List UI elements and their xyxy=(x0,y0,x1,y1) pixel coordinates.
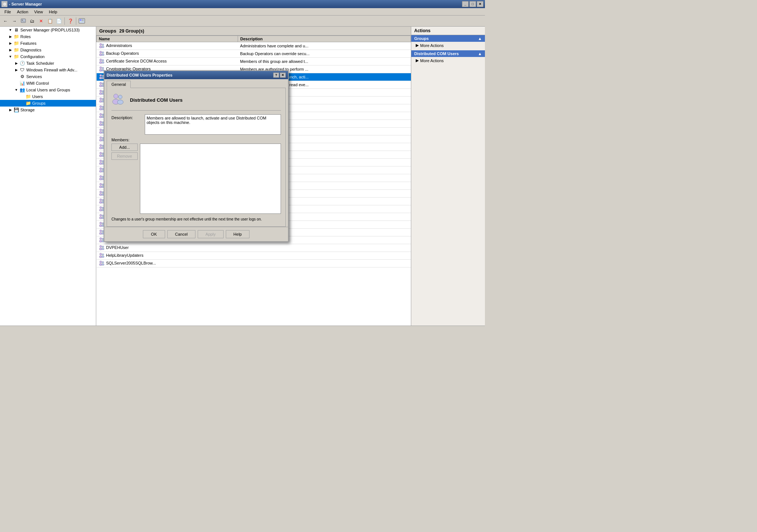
modal-help-btn[interactable]: ? xyxy=(273,73,279,78)
tree-item-storage[interactable]: ▶ 💾 Storage xyxy=(0,107,96,113)
svg-point-118 xyxy=(102,254,104,256)
table-row[interactable]: DVPEHUser xyxy=(97,244,411,252)
roles-icon: 📁 xyxy=(13,34,19,40)
delete-button[interactable]: ✕ xyxy=(37,17,45,25)
table-row[interactable]: AdministratorsAdministrators have comple… xyxy=(97,42,411,50)
modal-tab-general[interactable]: General xyxy=(107,81,131,88)
svg-point-72 xyxy=(100,168,102,170)
tree-toggle-local-users[interactable]: ▼ xyxy=(13,87,19,93)
group-description-cell: Backup Operators can override secu... xyxy=(238,50,411,58)
folder-button[interactable]: 🗂 xyxy=(28,17,36,25)
title-bar-text: - Server Manager xyxy=(9,2,462,6)
tree-item-users[interactable]: ▶ 📁 Users xyxy=(0,93,96,100)
svg-point-24 xyxy=(100,74,102,77)
group-name-cell: DVPEHUser xyxy=(97,244,238,252)
svg-point-11 xyxy=(101,46,104,48)
menu-view[interactable]: View xyxy=(31,9,46,15)
actions-groups-more-label: More Actions xyxy=(420,43,444,48)
help-button[interactable]: ❓ xyxy=(66,17,74,25)
tree-toggle-features[interactable]: ▶ xyxy=(7,40,13,46)
svg-point-96 xyxy=(100,214,102,216)
tree-item-wmi-control[interactable]: ▶ 📊 WMI Control xyxy=(0,80,96,87)
console-button[interactable] xyxy=(78,17,86,25)
modal-members-note: Changes to a user's group membership are… xyxy=(111,217,281,222)
tree-label-wmi-control: WMI Control xyxy=(26,81,49,85)
tree-toggle-diagnostics[interactable]: ▶ xyxy=(7,47,13,53)
table-row[interactable]: Certificate Service DCOM AccessMembers o… xyxy=(97,58,411,65)
table-row[interactable]: SQLServer2005SQLBrow... xyxy=(97,260,411,267)
close-button[interactable]: ✕ xyxy=(477,1,483,7)
modal-content: Distributed COM Users Description: Membe… xyxy=(107,88,286,227)
svg-rect-1 xyxy=(22,20,23,21)
tree-item-configuration[interactable]: ▼ 📁 Configuration xyxy=(0,53,96,60)
toolbar: ← → 🗂 ✕ 📋 📄 ❓ xyxy=(0,16,485,27)
menu-bar: File Action View Help xyxy=(0,8,485,16)
forward-button[interactable]: → xyxy=(10,17,19,25)
diagnostics-icon: 📁 xyxy=(13,47,19,53)
tree-item-diagnostics[interactable]: ▶ 📁 Diagnostics xyxy=(0,47,96,53)
modal-close-btn[interactable]: ✕ xyxy=(280,73,286,78)
menu-action[interactable]: Action xyxy=(14,9,31,15)
modal-members-box xyxy=(140,144,281,214)
group-description-cell: Administrators have complete and u... xyxy=(238,42,411,50)
actions-section-groups-arrow: ▲ xyxy=(478,36,482,41)
tree-toggle-windows-firewall[interactable]: ▶ xyxy=(13,67,19,73)
modal-members-label: Members: xyxy=(111,138,281,142)
table-row[interactable]: HelpLibraryUpdaters xyxy=(97,252,411,260)
tree-toggle-task-scheduler[interactable]: ▶ xyxy=(13,60,19,66)
svg-point-19 xyxy=(101,62,104,64)
svg-point-120 xyxy=(100,261,102,263)
group-name-cell: SQLServer2005SQLBrow... xyxy=(97,260,238,267)
group-description-cell xyxy=(238,260,411,267)
properties-button[interactable]: 📋 xyxy=(46,17,54,25)
modal-help-footer-button[interactable]: Help xyxy=(226,230,250,238)
tree-item-features[interactable]: ▶ 📁 Features xyxy=(0,40,96,47)
modal-description-input[interactable] xyxy=(145,114,281,135)
tree-label-task-scheduler: Task Scheduler xyxy=(26,61,54,65)
center-header-title: Groups xyxy=(99,28,116,34)
table-row[interactable]: Backup OperatorsBackup Operators can ove… xyxy=(97,50,411,58)
group-description-cell: Members of this group are allowed t... xyxy=(238,58,411,65)
app-icon: ⚙ xyxy=(1,1,7,7)
tree-toggle-roles[interactable]: ▶ xyxy=(7,34,13,40)
actions-groups-more[interactable]: ▶ More Actions xyxy=(411,42,485,49)
col-description: Description xyxy=(238,36,411,42)
group-row-icon: HelpLibraryUpdaters xyxy=(99,252,144,258)
svg-point-126 xyxy=(118,95,122,99)
svg-point-123 xyxy=(101,264,104,266)
menu-help[interactable]: Help xyxy=(46,9,60,15)
modal-apply-button[interactable]: Apply xyxy=(198,230,224,238)
copy-button[interactable]: 📄 xyxy=(55,17,63,25)
svg-point-22 xyxy=(102,67,104,69)
svg-point-18 xyxy=(102,60,104,61)
tree-toggle-server-manager[interactable]: ▼ xyxy=(7,27,13,33)
configuration-icon: 📁 xyxy=(13,54,19,60)
back-button[interactable]: ← xyxy=(1,17,10,25)
tree-item-groups[interactable]: ▶ 📁 Groups xyxy=(0,100,96,107)
tree-panel: ▼ 🖥 Server Manager (PROPLUS133) ▶ 📁 Role… xyxy=(0,27,96,326)
tree-toggle-storage[interactable]: ▶ xyxy=(7,107,13,113)
actions-section-groups: Groups ▲ xyxy=(411,35,485,42)
modal-ok-button[interactable]: OK xyxy=(143,230,165,238)
up-button[interactable] xyxy=(19,17,27,25)
modal-remove-button[interactable]: Remove xyxy=(111,152,138,160)
minimize-button[interactable]: _ xyxy=(462,1,469,7)
tree-item-local-users[interactable]: ▼ 👥 Local Users and Groups xyxy=(0,87,96,93)
svg-point-60 xyxy=(100,144,102,147)
tree-item-services[interactable]: ▶ ⚙ Services xyxy=(0,73,96,80)
actions-dcom-more[interactable]: ▶ More Actions xyxy=(411,57,485,64)
actions-section-dcom-title: Distributed COM Users xyxy=(414,51,459,56)
tree-toggle-configuration[interactable]: ▼ xyxy=(7,54,13,60)
tree-item-task-scheduler[interactable]: ▶ 🕐 Task Scheduler xyxy=(0,60,96,67)
svg-point-100 xyxy=(100,222,102,224)
actions-groups-more-arrow: ▶ xyxy=(416,43,419,48)
tree-item-roles[interactable]: ▶ 📁 Roles xyxy=(0,33,96,40)
maximize-button[interactable]: □ xyxy=(469,1,476,7)
tree-label-storage: Storage xyxy=(20,108,35,112)
svg-point-20 xyxy=(100,67,102,69)
modal-add-button[interactable]: Add... xyxy=(111,144,138,151)
tree-item-windows-firewall[interactable]: ▶ 🛡 Windows Firewall with Adv... xyxy=(0,67,96,73)
tree-item-server-manager[interactable]: ▼ 🖥 Server Manager (PROPLUS133) xyxy=(0,27,96,33)
menu-file[interactable]: File xyxy=(1,9,14,15)
modal-cancel-button[interactable]: Cancel xyxy=(167,230,195,238)
